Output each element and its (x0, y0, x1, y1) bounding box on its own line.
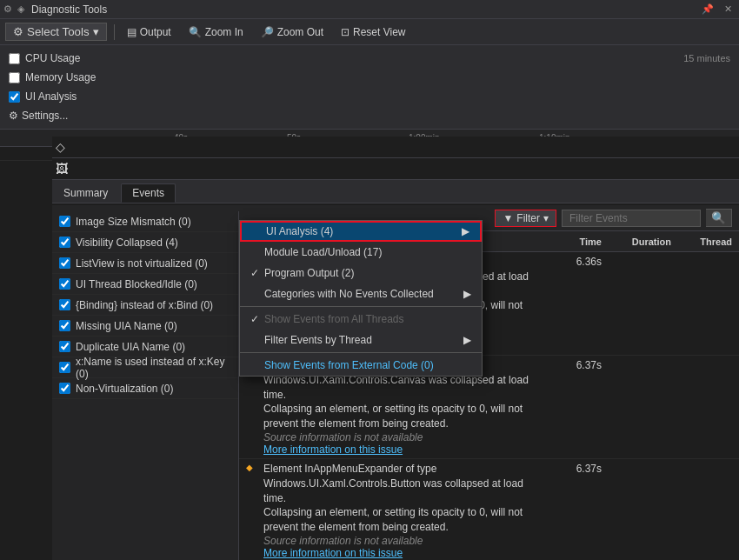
listview-virtualized-label: ListView is not virtualized (0) (76, 257, 208, 270)
sidebar-item-xname: x:Name is used instead of x:Key (0) (52, 357, 238, 378)
event-source: Source information is not available (263, 431, 541, 443)
tab-summary[interactable]: Summary (52, 183, 119, 203)
sidebar-item-image-mismatch: Image Size Mismatch (0) (52, 211, 238, 232)
image-mismatch-checkbox[interactable] (59, 216, 70, 227)
image-icon: 🖼 (56, 162, 68, 176)
dropdown-module-load[interactable]: Module Load/Unload (17) (240, 242, 482, 263)
ui-analysis-row: UI Analysis (7, 87, 732, 106)
ui-analysis-label[interactable]: UI Analysis (25, 90, 77, 103)
pin-btn[interactable]: 📌 (698, 3, 717, 15)
toolbar: ⚙ Select Tools ▾ ▤ Output 🔍 Zoom In 🔎 Zo… (0, 19, 739, 45)
select-tools-label: Select Tools (27, 25, 90, 38)
event-subtext: Collapsing an element, or setting its op… (263, 402, 541, 431)
settings-row[interactable]: ⚙ Settings... (7, 106, 732, 125)
visibility-collapsed-checkbox[interactable] (59, 237, 70, 248)
zoom-out-icon: 🔎 (261, 26, 274, 38)
filter-search-button[interactable]: 🔍 (706, 209, 732, 227)
dropdown-filter-thread[interactable]: Filter Events by Thread ▶ (240, 330, 482, 350)
dropdown-all-threads-label: Show Events from All Threads (264, 313, 404, 325)
filter-search-input[interactable] (562, 210, 701, 227)
dropdown-filter-thread-label: Filter Events by Thread (264, 334, 372, 346)
title-bar: ⚙ ◈ Diagnostic Tools 📌 ✕ (0, 0, 739, 19)
title-bar-right: 📌 ✕ (698, 3, 736, 15)
dropdown-external-code-label: Show Events from External Code (0) (264, 359, 434, 371)
memory-usage-row: Memory Usage (7, 68, 732, 87)
diamond-icon: ◇ (56, 140, 65, 154)
memory-usage-checkbox[interactable] (9, 72, 20, 83)
ui-thread-checkbox[interactable] (59, 278, 70, 290)
dropdown-external-code[interactable]: Show Events from External Code (0) (240, 355, 482, 376)
binding-label: {Binding} instead of x:Bind (0) (76, 299, 213, 311)
xname-checkbox[interactable] (59, 362, 70, 373)
cpu-usage-label[interactable]: CPU Usage (25, 52, 80, 64)
tab-events[interactable]: Events (121, 183, 176, 203)
sidebar-item-uia-name: Missing UIA Name (0) (52, 316, 238, 337)
event-text: Element InAppMenuExpander of type Window… (263, 462, 541, 505)
arrow-icon: ▶ (462, 225, 469, 237)
filter-icon: ▼ (503, 212, 513, 224)
dropdown-ui-analysis-label: UI Analysis (4) (266, 225, 333, 237)
select-tools-button[interactable]: ⚙ Select Tools ▾ (5, 23, 107, 41)
event-more-link[interactable]: More information on this issue (263, 547, 541, 559)
ui-analysis-checkbox[interactable] (9, 91, 20, 103)
sidebar-item-visibility-collapsed: Visibility Collapsed (4) (52, 232, 238, 253)
sidebar-item-listview-virtualized: ListView is not virtualized (0) (52, 253, 238, 274)
toolbar-separator (114, 24, 115, 40)
settings-icon: ⚙ (9, 110, 18, 122)
th-duration: Duration (609, 237, 678, 247)
binding-checkbox[interactable] (59, 299, 70, 310)
tools-panel: CPU Usage 15 minutes Memory Usage UI Ana… (0, 45, 739, 130)
ui-thread-label: UI Thread Blocked/Idle (0) (76, 278, 197, 290)
left-sidebar: Image Size Mismatch (0) Visibility Colla… (52, 211, 239, 560)
dropdown-program-output[interactable]: ✓ Program Output (2) (240, 263, 482, 283)
dropdown-no-events[interactable]: Categories with No Events Collected ▶ (240, 283, 482, 304)
uia-name-label: Missing UIA Name (0) (76, 320, 177, 332)
duplicate-uia-checkbox[interactable] (59, 341, 70, 352)
non-virtualization-label: Non-Virtualization (0) (76, 383, 174, 395)
filter-label: Filter (516, 212, 540, 224)
sidebar-item-non-virtualization: Non-Virtualization (0) (52, 378, 238, 399)
output-button[interactable]: ▤ Output (122, 24, 176, 40)
memory-usage-label[interactable]: Memory Usage (25, 71, 96, 83)
non-virtualization-checkbox[interactable] (59, 383, 70, 394)
icon-row-1: ◇ (52, 137, 739, 158)
xname-label: x:Name is used instead of x:Key (0) (76, 356, 231, 380)
zoom-in-icon: 🔍 (189, 26, 202, 38)
checkmark-icon: ✓ (250, 267, 264, 279)
filter-button[interactable]: ▼ Filter ▾ (495, 210, 556, 227)
event-source: Source information is not available (263, 535, 541, 547)
event-subtext: Collapsing an element, or setting its op… (263, 505, 541, 535)
title-bar-icons: ⚙ ◈ (3, 3, 24, 15)
reset-view-button[interactable]: ⊡ Reset View (336, 24, 410, 40)
dropdown-separator (240, 306, 482, 307)
icon-row-2: 🖼 (52, 158, 739, 180)
title-bar-title: Diagnostic Tools (31, 3, 107, 16)
th-time: Time (548, 237, 609, 247)
event-row: ◆ Element InAppMenuExpander of type Wind… (239, 459, 739, 560)
dropdown-menu: UI Analysis (4) ▶ Module Load/Unload (17… (239, 220, 483, 377)
arrow-icon: ▶ (463, 288, 471, 300)
image-mismatch-label: Image Size Mismatch (0) (76, 216, 191, 228)
sidebar-item-ui-thread: UI Thread Blocked/Idle (0) (52, 274, 238, 295)
filter-dropdown-icon: ▾ (543, 212, 549, 224)
dropdown-separator (240, 352, 482, 353)
visibility-collapsed-label: Visibility Collapsed (4) (76, 237, 178, 249)
event-more-link[interactable]: More information on this issue (263, 443, 541, 456)
sidebar-item-binding: {Binding} instead of x:Bind (0) (52, 295, 238, 316)
settings-label: Settings... (22, 110, 68, 122)
uia-name-checkbox[interactable] (59, 320, 70, 331)
dropdown-all-threads: ✓ Show Events from All Threads (240, 309, 482, 330)
zoom-out-button[interactable]: 🔎 Zoom Out (256, 24, 329, 40)
cpu-usage-checkbox[interactable] (9, 53, 20, 64)
pin-icon: ◈ (17, 3, 24, 15)
tabs-bar: Summary Events (52, 180, 739, 203)
zoom-in-button[interactable]: 🔍 Zoom In (183, 24, 249, 40)
gear-icon: ⚙ (3, 3, 12, 15)
dropdown-ui-analysis[interactable]: UI Analysis (4) ▶ (240, 221, 482, 242)
listview-virtualized-checkbox[interactable] (59, 257, 70, 269)
output-icon: ▤ (127, 26, 136, 38)
warning-icon: ◆ (246, 463, 260, 472)
th-thread: Thread (678, 237, 739, 247)
close-btn[interactable]: ✕ (721, 3, 736, 15)
event-content: Element InAppMenuExpander of type Window… (263, 462, 541, 559)
